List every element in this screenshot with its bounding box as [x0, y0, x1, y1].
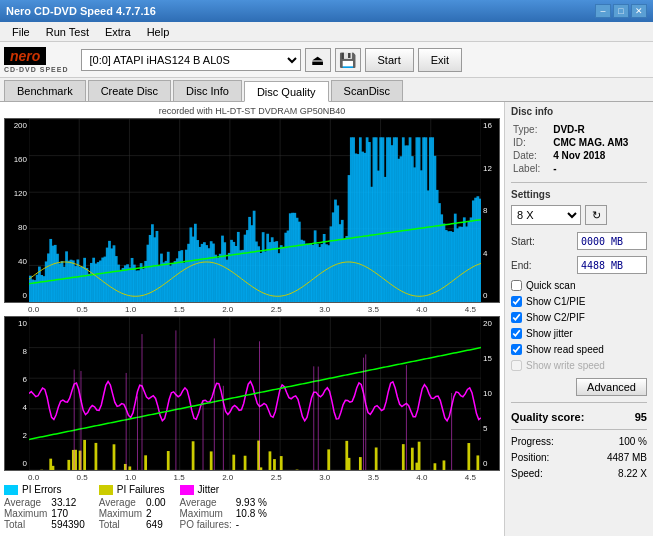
- pi-failures-avg: 0.00: [146, 497, 165, 508]
- show-c1-pie-checkbox[interactable]: [511, 296, 522, 307]
- show-c2-pif-label: Show C2/PIF: [526, 312, 585, 323]
- jitter-po: -: [236, 519, 267, 530]
- position-value: 4487 MB: [607, 452, 647, 463]
- end-field-label: End:: [511, 260, 532, 271]
- speed-settings-row: 8 X Max 2 X 4 X 12 X 16 X ↻: [511, 205, 647, 225]
- close-button[interactable]: ✕: [631, 4, 647, 18]
- disc-date-label: Date:: [513, 150, 551, 161]
- legend-pi-failures: PI Failures Average0.00 Maximum2 Total64…: [99, 484, 166, 530]
- tab-create-disc[interactable]: Create Disc: [88, 80, 171, 101]
- show-jitter-row: Show jitter: [511, 328, 647, 339]
- divider-3: [511, 429, 647, 430]
- bottom-chart-x-axis: 0.0 0.5 1.0 1.5 2.0 2.5 3.0 3.5 4.0 4.5: [4, 473, 500, 482]
- tab-disc-info[interactable]: Disc Info: [173, 80, 242, 101]
- chart-container: 200 160 120 80 40 0 16 12 8 4 0 0.0: [4, 118, 500, 482]
- pi-errors-label: PI Errors: [22, 484, 61, 495]
- pi-errors-max: 170: [51, 508, 84, 519]
- disc-label-value: -: [553, 163, 645, 174]
- chart-area: recorded with HL-DT-ST DVDRAM GP50NB40 2…: [0, 102, 505, 536]
- end-field-input[interactable]: [577, 256, 647, 274]
- disc-info-title: Disc info: [511, 106, 647, 117]
- speed-label: Speed:: [511, 468, 543, 479]
- toolbar: nero CD·DVD SPEED [0:0] ATAPI iHAS124 B …: [0, 42, 653, 78]
- bottom-chart-y-left: 10 8 6 4 2 0: [5, 317, 29, 470]
- nero-subtitle: CD·DVD SPEED: [4, 66, 69, 73]
- bottom-chart-y-right: 20 15 10 5 0: [481, 317, 499, 470]
- quick-scan-label: Quick scan: [526, 280, 575, 291]
- disc-label-label: Label:: [513, 163, 551, 174]
- legend: PI Errors Average33.12 Maximum170 Total5…: [4, 482, 500, 532]
- show-jitter-checkbox[interactable]: [511, 328, 522, 339]
- tab-scandisc[interactable]: ScanDisc: [331, 80, 403, 101]
- quick-scan-checkbox[interactable]: [511, 280, 522, 291]
- position-row: Position: 4487 MB: [511, 452, 647, 463]
- show-write-speed-label: Show write speed: [526, 360, 605, 371]
- pi-failures-color: [99, 485, 113, 495]
- start-field-label: Start:: [511, 236, 535, 247]
- maximize-button[interactable]: □: [613, 4, 629, 18]
- show-read-speed-checkbox[interactable]: [511, 344, 522, 355]
- quick-scan-row: Quick scan: [511, 280, 647, 291]
- bottom-chart-canvas: [29, 317, 481, 470]
- show-write-speed-checkbox[interactable]: [511, 360, 522, 371]
- jitter-color: [180, 485, 194, 495]
- legend-pi-errors: PI Errors Average33.12 Maximum170 Total5…: [4, 484, 85, 530]
- jitter-label: Jitter: [198, 484, 220, 495]
- drive-selector[interactable]: [0:0] ATAPI iHAS124 B AL0S: [81, 49, 301, 71]
- pi-failures-total: 649: [146, 519, 165, 530]
- advanced-button[interactable]: Advanced: [576, 378, 647, 396]
- show-jitter-label: Show jitter: [526, 328, 573, 339]
- show-c1-row: Show C1/PIE: [511, 296, 647, 307]
- minimize-button[interactable]: –: [595, 4, 611, 18]
- progress-label: Progress:: [511, 436, 554, 447]
- eject-icon-button[interactable]: ⏏: [305, 48, 331, 72]
- main-content: recorded with HL-DT-ST DVDRAM GP50NB40 2…: [0, 102, 653, 536]
- position-label: Position:: [511, 452, 549, 463]
- start-field-input[interactable]: [577, 232, 647, 250]
- title-bar: Nero CD-DVD Speed 4.7.7.16 – □ ✕: [0, 0, 653, 22]
- menu-bar: File Run Test Extra Help: [0, 22, 653, 42]
- divider-2: [511, 402, 647, 403]
- show-read-speed-label: Show read speed: [526, 344, 604, 355]
- menu-run-test[interactable]: Run Test: [38, 24, 97, 40]
- tab-benchmark[interactable]: Benchmark: [4, 80, 86, 101]
- show-read-speed-row: Show read speed: [511, 344, 647, 355]
- top-chart-canvas: [29, 119, 481, 302]
- menu-help[interactable]: Help: [139, 24, 178, 40]
- tab-disc-quality[interactable]: Disc Quality: [244, 81, 329, 102]
- quality-score-row: Quality score: 95: [511, 411, 647, 423]
- disc-date-value: 4 Nov 2018: [553, 150, 645, 161]
- progress-value: 100 %: [619, 436, 647, 447]
- pi-failures-max: 2: [146, 508, 165, 519]
- top-chart: 200 160 120 80 40 0 16 12 8 4 0: [4, 118, 500, 303]
- menu-file[interactable]: File: [4, 24, 38, 40]
- window-controls: – □ ✕: [595, 4, 647, 18]
- disc-id-label: ID:: [513, 137, 551, 148]
- save-icon-button[interactable]: 💾: [335, 48, 361, 72]
- disc-id-value: CMC MAG. AM3: [553, 137, 645, 148]
- end-field-row: End:: [511, 256, 647, 274]
- progress-row: Progress: 100 %: [511, 436, 647, 447]
- show-c2-pif-checkbox[interactable]: [511, 312, 522, 323]
- tab-bar: Benchmark Create Disc Disc Info Disc Qua…: [0, 78, 653, 102]
- speed-row: Speed: 8.22 X: [511, 468, 647, 479]
- start-button[interactable]: Start: [365, 48, 414, 72]
- exit-button[interactable]: Exit: [418, 48, 462, 72]
- disc-type-label: Type:: [513, 124, 551, 135]
- show-write-speed-row: Show write speed: [511, 360, 647, 371]
- bottom-chart: 10 8 6 4 2 0 20 15 10 5 0: [4, 316, 500, 471]
- speed-value: 8.22 X: [618, 468, 647, 479]
- top-chart-y-left: 200 160 120 80 40 0: [5, 119, 29, 302]
- speed-selector[interactable]: 8 X Max 2 X 4 X 12 X 16 X: [511, 205, 581, 225]
- right-panel: Disc info Type: DVD-R ID: CMC MAG. AM3 D…: [505, 102, 653, 536]
- pi-errors-avg: 33.12: [51, 497, 84, 508]
- show-c1-pie-label: Show C1/PIE: [526, 296, 585, 307]
- jitter-avg: 9.93 %: [236, 497, 267, 508]
- legend-jitter: Jitter Average9.93 % Maximum10.8 % PO fa…: [180, 484, 267, 530]
- app-title: Nero CD-DVD Speed 4.7.7.16: [6, 5, 156, 17]
- disc-type-value: DVD-R: [553, 124, 645, 135]
- show-c2-row: Show C2/PIF: [511, 312, 647, 323]
- jitter-max: 10.8 %: [236, 508, 267, 519]
- speed-refresh-button[interactable]: ↻: [585, 205, 607, 225]
- menu-extra[interactable]: Extra: [97, 24, 139, 40]
